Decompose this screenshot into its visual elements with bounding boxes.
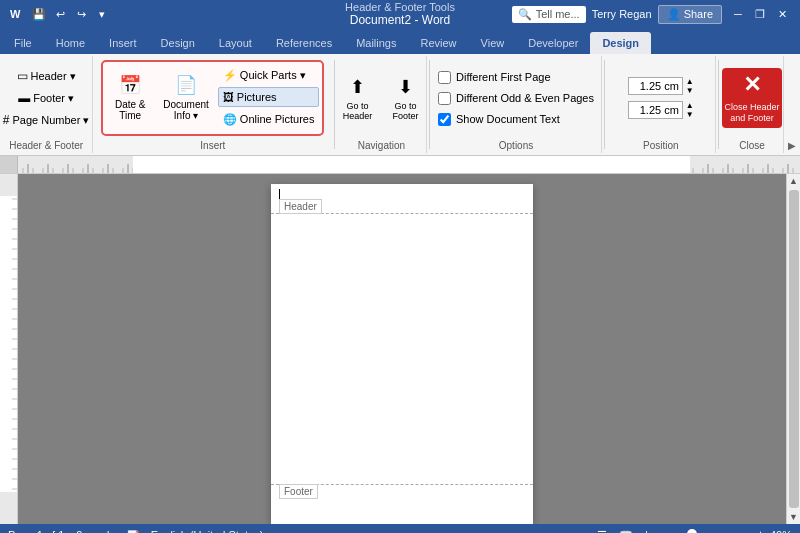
options-checkboxes: Different First Page Different Odd & Eve… — [438, 58, 594, 138]
header-position-input[interactable] — [628, 77, 683, 95]
go-header-icon: ⬆ — [350, 76, 365, 98]
date-time-button[interactable]: 📅 Date &Time — [106, 65, 154, 129]
vertical-scrollbar[interactable]: ▲ ▼ — [786, 174, 800, 524]
word-count: 0 words — [76, 529, 115, 533]
header-icon: ▭ — [17, 69, 28, 83]
tab-developer[interactable]: Developer — [516, 32, 590, 54]
context-tab-label: Header & Footer Tools — [345, 1, 455, 13]
scroll-down-button[interactable]: ▼ — [787, 510, 800, 524]
nav-group-label: Navigation — [358, 138, 405, 151]
svg-rect-17 — [0, 196, 18, 492]
ribbon-group-position: ▲ ▼ ▲ ▼ Position — [606, 56, 716, 153]
tab-home[interactable]: Home — [44, 32, 97, 54]
ribbon-group-insert: 📅 Date &Time 📄 DocumentInfo ▾ ⚡ Quick Pa… — [93, 56, 332, 153]
quick-parts-button[interactable]: ⚡ Quick Parts ▾ — [218, 65, 320, 85]
footer-pos-down[interactable]: ▼ — [686, 111, 694, 119]
options-group-label: Options — [499, 138, 533, 151]
page-body — [271, 214, 533, 484]
undo-button[interactable]: ↩ — [51, 5, 69, 23]
ribbon-scroll-right[interactable]: ▶ — [784, 56, 800, 153]
tab-design-hf[interactable]: Design — [590, 32, 651, 54]
language[interactable]: English (United States) — [151, 529, 264, 533]
header-pos-up[interactable]: ▲ — [686, 78, 694, 86]
date-time-icon: 📅 — [119, 74, 141, 96]
scroll-right-icon: ▶ — [788, 140, 796, 151]
close-button[interactable]: ✕ — [772, 4, 792, 24]
online-pictures-icon: 🌐 — [223, 113, 237, 126]
restore-button[interactable]: ❐ — [750, 4, 770, 24]
tab-file[interactable]: File — [2, 32, 44, 54]
zoom-level: 40% — [770, 529, 792, 533]
page-number-button[interactable]: # Page Number ▾ — [0, 110, 94, 130]
divider-4 — [718, 60, 719, 149]
tab-design[interactable]: Design — [149, 32, 207, 54]
document-page: Header Footer — [271, 184, 533, 524]
zoom-in-button[interactable]: + — [757, 528, 764, 533]
tab-layout[interactable]: Layout — [207, 32, 264, 54]
title-bar-left: W 💾 ↩ ↪ ▾ — [8, 5, 111, 23]
quick-parts-icon: ⚡ — [223, 69, 237, 82]
tell-me-input[interactable]: 🔍 Tell me... — [512, 6, 586, 23]
ribbon-group-close: ✕ Close Headerand Footer Close — [721, 56, 784, 153]
online-pictures-button[interactable]: 🌐 Online Pictures — [218, 109, 320, 129]
header-position-row: ▲ ▼ — [628, 77, 694, 95]
redo-button[interactable]: ↪ — [72, 5, 90, 23]
footer-region[interactable]: Footer — [271, 484, 533, 514]
ribbon-group-header-footer: ▭ Header ▾ ▬ Footer ▾ # Page Number ▾ He… — [0, 56, 93, 153]
share-button[interactable]: 👤 Share — [658, 5, 722, 24]
read-mode-button[interactable]: 📖 — [617, 526, 635, 533]
document-scroll[interactable]: Header Footer — [18, 174, 786, 524]
scroll-up-button[interactable]: ▲ — [787, 174, 800, 188]
save-button[interactable]: 💾 — [30, 5, 48, 23]
zoom-out-button[interactable]: − — [658, 528, 665, 533]
hf-group-label: Header & Footer — [9, 138, 83, 151]
header-label: Header — [279, 199, 322, 214]
tab-view[interactable]: View — [469, 32, 517, 54]
ruler-corner — [0, 156, 18, 174]
proofing-icon: 📝 — [127, 530, 139, 534]
web-layout-view-button[interactable]: ☰ — [593, 526, 611, 533]
page-number-icon: # — [3, 113, 10, 127]
tab-references[interactable]: References — [264, 32, 344, 54]
tab-mailings[interactable]: Mailings — [344, 32, 408, 54]
header-pos-down[interactable]: ▼ — [686, 87, 694, 95]
title-bar: W 💾 ↩ ↪ ▾ Header & Footer Tools Document… — [0, 0, 800, 28]
tell-me-label: Tell me... — [536, 8, 580, 20]
scroll-thumb[interactable] — [789, 190, 799, 508]
customize-qa-button[interactable]: ▾ — [93, 5, 111, 23]
header-button[interactable]: ▭ Header ▾ — [12, 66, 81, 86]
divider-2 — [429, 60, 430, 149]
ribbon: ▭ Header ▾ ▬ Footer ▾ # Page Number ▾ He… — [0, 54, 800, 156]
go-to-header-button[interactable]: ⬆ Go toHeader — [335, 66, 379, 130]
footer-pos-up[interactable]: ▲ — [686, 102, 694, 110]
document-info-button[interactable]: 📄 DocumentInfo ▾ — [156, 65, 216, 129]
close-hf-wrapper: ✕ Close Headerand Footer — [722, 58, 782, 138]
ribbon-group-options: Different First Page Different Odd & Eve… — [432, 56, 602, 153]
different-odd-even-checkbox[interactable]: Different Odd & Even Pages — [438, 92, 594, 105]
different-first-page-checkbox[interactable]: Different First Page — [438, 71, 594, 84]
print-layout-view-button[interactable]: ▪ — [569, 526, 587, 533]
tab-insert[interactable]: Insert — [97, 32, 149, 54]
document-info-icon: 📄 — [175, 74, 197, 96]
footer-button[interactable]: ▬ Footer ▾ — [13, 88, 79, 108]
tab-review[interactable]: Review — [409, 32, 469, 54]
show-document-text-checkbox[interactable]: Show Document Text — [438, 113, 594, 126]
ruler-white-zone — [133, 156, 690, 173]
share-icon: 👤 — [667, 8, 681, 20]
page-count: Page 1 of 1 — [8, 529, 64, 533]
insert-group-label: Insert — [97, 138, 328, 151]
insert-top-row: 📅 Date &Time 📄 DocumentInfo ▾ ⚡ Quick Pa… — [106, 65, 319, 129]
position-spinners: ▲ ▼ ▲ ▼ — [628, 58, 694, 138]
footer-icon: ▬ — [18, 91, 30, 105]
pictures-button[interactable]: 🖼 Pictures — [218, 87, 320, 107]
close-header-footer-button[interactable]: ✕ Close Headerand Footer — [722, 68, 782, 128]
search-icon: 🔍 — [518, 8, 532, 21]
close-group-label: Close — [739, 138, 765, 151]
footer-position-input[interactable] — [628, 101, 683, 119]
ribbon-tabs: File Home Insert Design Layout Reference… — [0, 28, 800, 54]
go-to-footer-button[interactable]: ⬇ Go toFooter — [383, 66, 427, 130]
document-title: Document2 - Word — [350, 13, 450, 27]
user-menu[interactable]: Terry Regan — [592, 8, 652, 20]
minimize-button[interactable]: ─ — [728, 4, 748, 24]
header-region[interactable]: Header — [271, 184, 533, 214]
